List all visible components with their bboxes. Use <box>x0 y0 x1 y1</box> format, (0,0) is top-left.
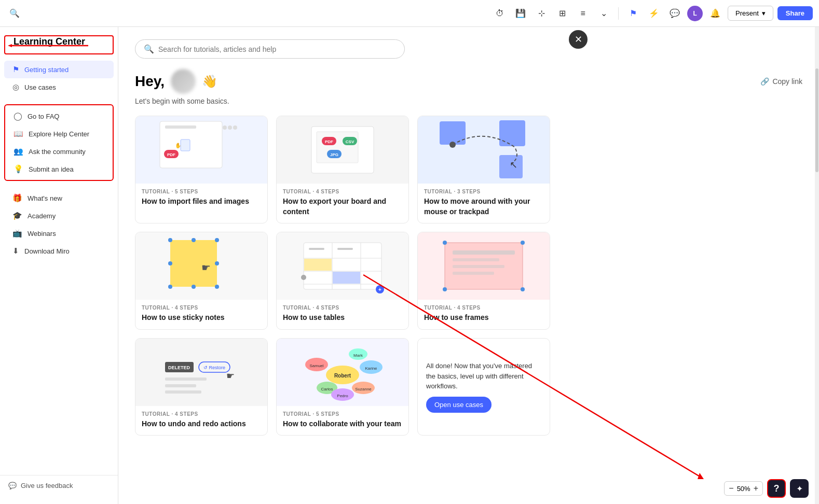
svg-text:Mark: Mark <box>353 353 363 358</box>
card-meta-export: TUTORIAL · 4 STEPS <box>283 189 402 194</box>
open-use-cases-button[interactable]: Open use cases <box>426 397 492 413</box>
tutorial-card-export[interactable]: PDF CSV JPG TUTORIAL · 4 STEPS How to ex… <box>276 116 409 223</box>
svg-text:PDF: PDF <box>167 152 175 157</box>
card-title-collab: How to collaborate with your team <box>283 419 402 429</box>
svg-point-52 <box>443 287 447 291</box>
done-card: All done! Now that you've mastered the b… <box>417 338 550 436</box>
scrollbar-thumb[interactable] <box>815 68 818 172</box>
svg-rect-46 <box>453 250 515 255</box>
scrollbar[interactable] <box>815 27 819 504</box>
search-icon: 🔍 <box>144 44 154 54</box>
tutorial-card-mouse[interactable]: ↖ TUTORIAL · 3 STEPS How to move around … <box>417 116 550 223</box>
tutorial-card-collab[interactable]: Robert Samuel Karine Carlos Pedro Suzann… <box>276 338 409 436</box>
panel-title: Learning Center <box>4 35 114 54</box>
grid-icon[interactable]: ⊞ <box>554 5 570 22</box>
search-icon[interactable]: 🔍 <box>6 5 23 22</box>
sidebar-item-academy[interactable]: 🎓 Academy <box>4 207 114 225</box>
lightning-icon[interactable]: ⚡ <box>646 5 662 22</box>
present-button[interactable]: Present ▾ <box>728 6 773 21</box>
toolbar: 🔍 ⏱ 💾 ⊹ ⊞ ≡ ⌄ ⚑ ⚡ 💬 L 🔔 Present ▾ Share <box>0 0 819 27</box>
svg-rect-41 <box>333 272 360 284</box>
star-button[interactable]: ✦ <box>790 479 809 498</box>
more-icon[interactable]: ⌄ <box>595 5 612 22</box>
card-meta-delete: TUTORIAL · 4 STEPS <box>142 411 261 417</box>
chevron-down-icon: ▾ <box>762 9 766 17</box>
card-info-delete: TUTORIAL · 4 STEPS How to undo and redo … <box>135 406 267 436</box>
book-icon: 📖 <box>13 129 23 138</box>
sidebar-item-download[interactable]: ⬇ Download Miro <box>4 242 114 260</box>
lines-icon[interactable]: ≡ <box>575 5 591 22</box>
tutorial-card-frames[interactable]: TUTORIAL · 4 STEPS How to use frames <box>417 232 550 330</box>
svg-text:↖: ↖ <box>510 160 517 170</box>
svg-text:JPG: JPG <box>330 152 338 157</box>
card-info-frames: TUTORIAL · 4 STEPS How to use frames <box>418 300 550 329</box>
usecases-icon: ◎ <box>12 82 19 92</box>
community-icon: 👥 <box>13 147 23 156</box>
tutorial-card-sticky[interactable]: ☛ TUTORIAL · 4 STEPS How to use sticky n… <box>135 232 268 330</box>
svg-point-53 <box>521 287 525 291</box>
flag-icon[interactable]: ⚑ <box>625 5 641 22</box>
idea-icon: 💡 <box>13 164 23 174</box>
copy-link-button[interactable]: 🔗 Copy link <box>760 77 802 86</box>
card-meta-frames: TUTORIAL · 4 STEPS <box>424 305 543 311</box>
card-meta-collab: TUTORIAL · 5 STEPS <box>283 411 402 417</box>
sidebar-item-community[interactable]: 👥 Ask the community <box>5 143 113 160</box>
tutorial-card-tables[interactable]: + TUTORIAL · 4 STEPS How to use tables <box>276 232 409 330</box>
download-icon: ⬇ <box>12 246 19 256</box>
sidebar-item-submit-idea[interactable]: 💡 Submit an idea <box>5 160 113 178</box>
svg-point-23 <box>168 238 172 242</box>
svg-point-3 <box>228 125 232 130</box>
help-button[interactable]: ? <box>767 479 786 498</box>
svg-point-20 <box>449 142 456 148</box>
chat-icon[interactable]: 💬 <box>666 5 683 22</box>
flag-nav-icon: ⚑ <box>12 65 19 74</box>
academy-icon: 🎓 <box>12 211 22 220</box>
share-button[interactable]: Share <box>777 6 813 20</box>
svg-rect-38 <box>309 248 324 250</box>
card-meta-sticky: TUTORIAL · 4 STEPS <box>142 305 261 311</box>
svg-rect-17 <box>440 121 466 145</box>
card-title-delete: How to undo and redo actions <box>142 419 261 429</box>
zoom-out-button[interactable]: − <box>729 484 733 493</box>
zoom-in-button[interactable]: + <box>754 484 758 493</box>
tutorial-grid: ✋ PDF TUTORIAL · 5 STEPS How to import f… <box>135 116 550 436</box>
timer-icon[interactable]: ⏱ <box>492 5 508 22</box>
sidebar-item-whats-new[interactable]: 🎁 What's new <box>4 189 114 207</box>
sidebar-item-getting-started[interactable]: ⚑ Getting started <box>4 61 114 78</box>
card-info-tables: TUTORIAL · 4 STEPS How to use tables <box>277 300 408 329</box>
card-thumb-import: ✋ PDF <box>135 116 267 184</box>
greeting: Hey, 👋 <box>135 69 217 94</box>
screenshot-icon[interactable]: ⊹ <box>533 5 550 22</box>
zoom-control: − 50% + <box>724 481 763 496</box>
card-thumb-collab: Robert Samuel Karine Carlos Pedro Suzann… <box>277 339 408 406</box>
user-avatar-greeting <box>171 69 196 94</box>
svg-point-50 <box>443 241 447 245</box>
svg-rect-60 <box>165 384 196 387</box>
bell-icon[interactable]: 🔔 <box>707 5 724 22</box>
subtitle: Let's begin with some basics. <box>135 97 802 105</box>
tutorial-card-delete[interactable]: DELETED ↺ Restore ☛ TUTORIAL · 4 STEPS H… <box>135 338 268 436</box>
svg-point-30 <box>215 261 219 265</box>
svg-rect-49 <box>453 272 494 275</box>
sidebar-item-use-cases[interactable]: ◎ Use cases <box>4 78 114 96</box>
svg-rect-8 <box>181 139 190 151</box>
svg-point-44 <box>301 275 306 280</box>
sidebar-item-faq[interactable]: ◯ Go to FAQ <box>5 107 113 125</box>
content-header: Hey, 👋 🔗 Copy link <box>135 69 802 94</box>
user-avatar[interactable]: L <box>687 6 703 21</box>
sidebar-item-webinars[interactable]: 📺 Webinars <box>4 225 114 242</box>
sidebar-item-explore-help[interactable]: 📖 Explore Help Center <box>5 125 113 143</box>
svg-point-24 <box>215 238 219 242</box>
svg-text:↺ Restore: ↺ Restore <box>203 365 225 370</box>
tutorial-card-import[interactable]: ✋ PDF TUTORIAL · 5 STEPS How to import f… <box>135 116 268 223</box>
search-input[interactable] <box>158 45 396 53</box>
svg-text:PDF: PDF <box>325 139 333 144</box>
close-button[interactable]: ✕ <box>569 30 588 49</box>
svg-point-29 <box>168 261 172 265</box>
svg-rect-61 <box>165 390 201 394</box>
feedback-button[interactable]: 💬 Give us feedback <box>8 482 110 489</box>
search-bar[interactable]: 🔍 <box>135 39 405 59</box>
card-info-export: TUTORIAL · 4 STEPS How to export your bo… <box>277 184 408 223</box>
save-icon[interactable]: 💾 <box>512 5 529 22</box>
svg-rect-1 <box>165 125 196 129</box>
